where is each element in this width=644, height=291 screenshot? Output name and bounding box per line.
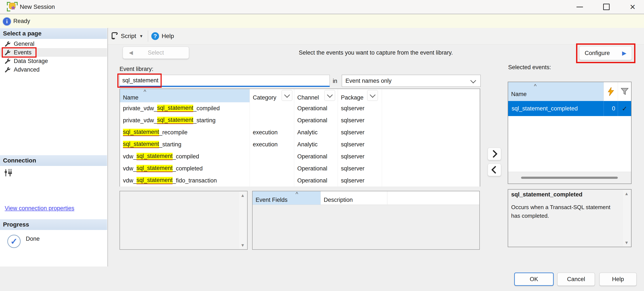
chevron-right-icon [490, 150, 498, 158]
column-header-name[interactable]: ^ Name [508, 82, 604, 101]
chevron-down-icon [327, 92, 333, 98]
wrench-icon [4, 40, 11, 47]
horizontal-scrollbar[interactable] [508, 172, 631, 184]
scroll-up-icon[interactable]: ▲ [239, 192, 246, 199]
sidebar-item-label: General [14, 40, 34, 47]
window-title: New Session [20, 0, 55, 14]
event-row[interactable]: vdw_sql_statement_completed Operational … [120, 162, 480, 175]
remove-event-button[interactable] [488, 163, 501, 176]
close-button[interactable]: × [625, 0, 640, 14]
select-a-page-header: Select a page [0, 28, 107, 39]
info-icon: i [2, 17, 11, 26]
scrollbar-thumb[interactable] [521, 177, 618, 179]
event-library-table: ^ Name Category Channel Package private_… [120, 88, 480, 186]
vertical-scrollbar[interactable]: ▲ ▼ [239, 192, 246, 249]
add-event-button[interactable] [488, 148, 501, 160]
close-icon: × [630, 2, 636, 12]
help-button[interactable]: ? Help [151, 28, 174, 44]
event-fields-table: ^ Event Fields Description [252, 191, 480, 250]
status-bar: i Ready [0, 14, 644, 28]
column-header-filler [387, 191, 479, 204]
progress-header: Progress [0, 219, 107, 230]
column-header-event-count[interactable] [604, 82, 618, 101]
sort-asc-icon: ^ [296, 191, 298, 198]
main-toolbar: Script ▾ ? Help [108, 28, 644, 44]
selected-event-row[interactable]: sql_statement_completed 0 ✓ [508, 101, 631, 116]
scroll-down-icon[interactable]: ▼ [623, 239, 630, 246]
check-icon: ✓ [618, 101, 631, 116]
event-preview-pane: ▲ ▼ [120, 191, 248, 250]
maximize-button[interactable] [599, 0, 614, 14]
sidebar-item-label: Advanced [14, 66, 40, 73]
channel-filter-dropdown[interactable] [324, 90, 335, 101]
lightning-icon [608, 87, 614, 96]
minimize-button[interactable] [572, 0, 587, 14]
forward-arrow-icon: ▶ [622, 50, 626, 56]
sidebar-item-advanced[interactable]: Advanced [0, 65, 107, 74]
minimize-icon [576, 7, 583, 7]
session-window-icon: * [8, 2, 17, 12]
cancel-button[interactable]: Cancel [557, 272, 595, 286]
column-header-description[interactable]: Description [321, 191, 387, 204]
sidebar-item-label: Events [14, 49, 32, 56]
configure-button[interactable]: Configure ▶ [579, 46, 632, 60]
description-title: sql_statement_completed [511, 191, 582, 198]
wrench-icon [4, 49, 11, 56]
instruction-text: Select the events you want to capture fr… [299, 50, 453, 56]
selected-event-count: 0 [604, 101, 618, 116]
sort-asc-icon: ^ [144, 88, 146, 95]
chevron-down-icon [370, 92, 376, 98]
event-row[interactable]: private_vdw_sql_statement_compiled Opera… [120, 102, 480, 114]
help-icon: ? [151, 32, 159, 40]
sidebar-item-label: Data Storage [14, 58, 48, 64]
package-filter-dropdown[interactable] [367, 90, 378, 101]
wrench-icon [4, 66, 11, 73]
event-row[interactable]: vdw_sql_statement_fido_transaction Opera… [120, 174, 480, 187]
search-scope-value: Event names only [346, 78, 392, 84]
sidebar-item-general[interactable]: General [0, 40, 107, 48]
status-text: Ready [13, 14, 30, 28]
selected-events-panel: ^ Name sql_statement_completed 0 ✓ [508, 82, 632, 184]
progress-done-icon: ✓ [7, 235, 21, 248]
event-table-header: ^ Name Category Channel Package [120, 89, 480, 102]
category-filter-dropdown[interactable] [282, 90, 292, 101]
sidebar-item-events[interactable]: Events [0, 48, 107, 57]
column-header-package[interactable]: Package [338, 89, 382, 102]
help-label: Help [162, 33, 174, 40]
help-button-footer[interactable]: Help [599, 272, 637, 286]
title-bar: * New Session × [0, 0, 644, 14]
event-library-search-input[interactable] [120, 75, 330, 87]
view-connection-properties-link[interactable]: View connection properties [5, 205, 74, 212]
selected-event-name: sql_statement_completed [508, 101, 604, 116]
search-scope-select[interactable]: Event names only [342, 75, 481, 87]
column-header-filter[interactable] [618, 82, 631, 101]
scroll-down-icon[interactable]: ▼ [239, 242, 246, 249]
event-row[interactable]: vdw_sql_statement_compiled Operational s… [120, 150, 480, 163]
event-library-label: Event library: [120, 66, 154, 72]
progress-status: Done [26, 236, 40, 242]
column-header-name[interactable]: ^ Name [120, 89, 250, 102]
connection-header: Connection [0, 155, 107, 166]
scroll-up-icon[interactable]: ▲ [623, 190, 630, 197]
vertical-scrollbar[interactable]: ▲ ▼ [623, 190, 630, 246]
ok-button[interactable]: OK [514, 272, 554, 286]
event-fields-header: ^ Event Fields Description [252, 191, 479, 205]
chevron-down-icon [284, 92, 290, 98]
script-button[interactable]: Script ▾ [111, 28, 142, 44]
column-header-channel[interactable]: Channel [294, 89, 338, 102]
in-label: in [333, 78, 337, 84]
maximize-icon [603, 4, 610, 10]
event-row[interactable]: private_vdw_sql_statement_starting Opera… [120, 114, 480, 126]
script-icon [111, 32, 118, 40]
event-description-panel: sql_statement_completed Occurs when a Tr… [508, 189, 632, 247]
sidebar-item-data-storage[interactable]: Data Storage [0, 57, 107, 65]
column-header-event-fields[interactable]: ^ Event Fields [252, 191, 321, 204]
event-row[interactable]: sql_statement_recompile execution Analyt… [120, 126, 480, 138]
event-row[interactable]: sql_statement_starting execution Analyti… [120, 138, 480, 151]
column-header-category[interactable]: Category [250, 89, 294, 102]
select-events-button[interactable]: ◀ Select [122, 46, 189, 59]
chevron-down-icon [470, 78, 476, 84]
script-dropdown-caret-icon[interactable]: ▾ [140, 33, 142, 39]
back-arrow-icon: ◀ [129, 50, 133, 56]
sidebar: Select a page General Events Data Storag… [0, 28, 108, 266]
